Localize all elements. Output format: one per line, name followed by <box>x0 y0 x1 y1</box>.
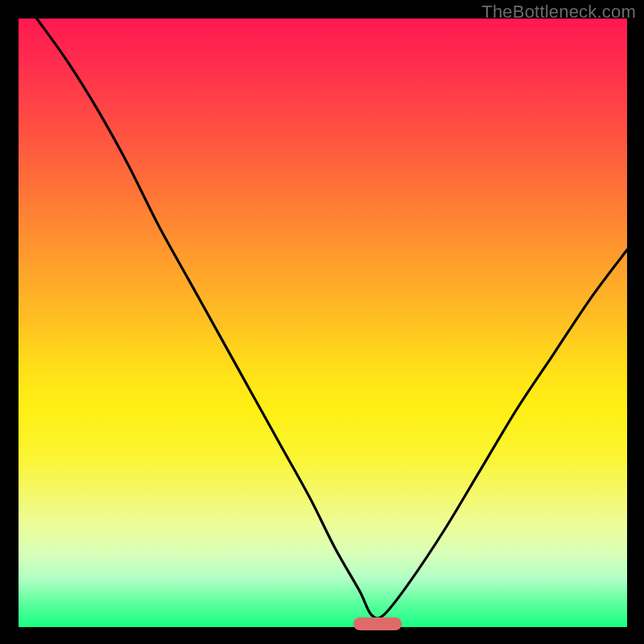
chart-frame: TheBottleneck.com <box>0 0 644 644</box>
optimal-marker <box>353 617 402 630</box>
plot-area <box>19 19 627 627</box>
watermark-text: TheBottleneck.com <box>481 2 636 23</box>
bottleneck-curve <box>19 19 627 627</box>
curve-path <box>37 19 627 618</box>
